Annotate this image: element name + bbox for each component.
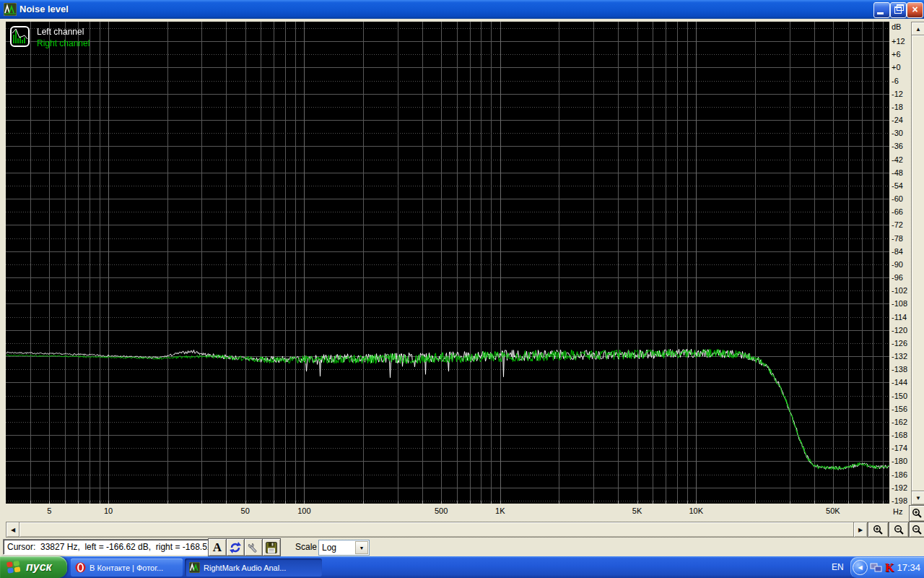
noise-spectrum-plot[interactable]: [6, 22, 889, 504]
desktop: Noise level × Left channel Right channel…: [0, 0, 924, 578]
refresh-icon: [229, 541, 242, 554]
restore-icon: [894, 7, 902, 14]
restore-button[interactable]: [890, 2, 907, 18]
freq-tick-label: 1K: [495, 506, 505, 515]
db-tick-label: -120: [892, 326, 907, 335]
opera-browser-icon: [75, 562, 86, 573]
db-tick-label: -6: [892, 77, 899, 85]
freq-tick-label: 10K: [689, 506, 703, 515]
db-tick-label: -60: [892, 194, 903, 203]
db-tick-label: -126: [892, 339, 907, 348]
db-tick-label: -132: [892, 352, 907, 361]
legend-right-channel: Right channel: [37, 38, 90, 48]
db-tick-label: -96: [892, 273, 903, 282]
hscroll-thumb[interactable]: [19, 522, 855, 538]
minimize-button[interactable]: [873, 2, 890, 18]
wrench-icon: [247, 541, 260, 554]
db-tick-label: +0: [892, 63, 901, 72]
magnifier-minus-icon: [894, 525, 905, 535]
taskbar-task-browser[interactable]: В Контакте | Фотог...: [71, 558, 183, 577]
db-tick-label: -192: [892, 483, 907, 492]
db-tick-label: -138: [892, 365, 907, 374]
db-tick-label: -24: [892, 116, 903, 124]
db-tick-label: -36: [892, 142, 903, 150]
freq-tick-label: 100: [297, 506, 310, 515]
freq-tick-label: 5: [47, 506, 51, 515]
db-tick-label: -144: [892, 378, 907, 387]
db-tick-label: +6: [892, 50, 901, 59]
magnifier-plus-icon: [873, 525, 884, 535]
task-label: В Контакте | Фотог...: [90, 564, 163, 572]
db-tick-label: -30: [892, 129, 903, 137]
start-button[interactable]: пуск: [0, 556, 67, 578]
db-tick-label: -18: [892, 103, 903, 111]
legend-left-channel: Left channel: [37, 27, 84, 37]
taskbar: пуск В Контакте | Фотог... RightMark Aud…: [0, 556, 924, 578]
font-button[interactable]: A: [208, 538, 227, 556]
vertical-zoom-out-button[interactable]: [909, 522, 924, 538]
magnifier-plus-icon: [912, 508, 923, 519]
freq-tick-label: 10: [104, 506, 113, 515]
vscroll-up-button[interactable]: ▲: [911, 22, 924, 36]
freq-tick-label: 500: [435, 506, 448, 515]
db-tick-label: -84: [892, 247, 903, 256]
freq-tick-label: 5K: [632, 506, 642, 515]
db-tick-label: -54: [892, 181, 903, 190]
start-label: пуск: [26, 561, 52, 574]
horizontal-zoom-out-button[interactable]: [889, 522, 909, 538]
window-titlebar: Noise level ×: [0, 0, 924, 19]
db-tick-label: -66: [892, 207, 903, 216]
db-tick-label: -78: [892, 234, 903, 243]
db-tick-label: -42: [892, 155, 903, 164]
close-button[interactable]: ×: [907, 2, 923, 18]
db-tick-label: -108: [892, 299, 907, 308]
frequency-axis: 510501005001K5K10K50K: [6, 505, 889, 517]
spectrum-legend-icon: [10, 26, 30, 47]
rmaa-app-icon: [189, 562, 200, 573]
save-floppy-icon: [265, 541, 278, 554]
font-icon: A: [213, 540, 222, 555]
vscroll-thumb[interactable]: [911, 35, 924, 492]
app-icon: [4, 3, 17, 16]
db-tick-label: -72: [892, 220, 903, 229]
db-tick-label: -198: [892, 496, 907, 505]
tray-collapse-arrow-icon[interactable]: ◀: [853, 560, 868, 575]
db-axis: +12+6+0-6-12-18-24-30-36-42-48-54-60-66-…: [891, 22, 911, 504]
kaspersky-tray-icon[interactable]: K: [885, 561, 894, 574]
db-tick-label: -150: [892, 392, 907, 400]
db-tick-label: -186: [892, 470, 907, 479]
settings-button[interactable]: [244, 538, 263, 556]
refresh-button[interactable]: [226, 538, 245, 556]
db-tick-label: -114: [892, 313, 907, 322]
db-tick-label: -174: [892, 444, 907, 452]
close-icon: ×: [912, 4, 918, 15]
network-tray-icon[interactable]: [870, 562, 883, 574]
freq-tick-label: 50K: [826, 506, 840, 515]
db-tick-label: -180: [892, 457, 907, 465]
window-title: Noise level: [19, 4, 69, 14]
magnifier-minus-icon: [912, 525, 923, 535]
language-indicator[interactable]: EN: [832, 562, 844, 572]
db-tick-label: -162: [892, 418, 907, 426]
chevron-down-icon[interactable]: ▼: [355, 541, 368, 554]
db-tick-label: -90: [892, 260, 903, 269]
minimize-icon: [877, 12, 884, 14]
vertical-zoom-in-button[interactable]: [909, 505, 924, 522]
task-label: RightMark Audio Anal...: [204, 564, 286, 572]
windows-logo-icon: [6, 559, 22, 575]
scale-value: Log: [322, 543, 336, 553]
hz-unit-label: Hz: [893, 507, 902, 516]
taskbar-task-rmaa[interactable]: RightMark Audio Anal...: [185, 558, 322, 577]
freq-tick-label: 50: [241, 506, 250, 515]
system-tray: ◀ K 17:34: [850, 557, 924, 578]
db-tick-label: -156: [892, 405, 907, 413]
db-tick-label: +12: [892, 37, 905, 46]
vscroll-down-button[interactable]: ▼: [911, 491, 924, 505]
db-tick-label: -48: [892, 168, 903, 177]
hscroll-left-button[interactable]: ◀: [6, 522, 20, 538]
hscroll-right-button[interactable]: ▶: [853, 522, 868, 538]
save-button[interactable]: [262, 538, 281, 556]
scale-dropdown[interactable]: Log ▼: [318, 540, 370, 556]
horizontal-zoom-in-button[interactable]: [868, 522, 889, 538]
db-tick-label: -12: [892, 90, 903, 98]
